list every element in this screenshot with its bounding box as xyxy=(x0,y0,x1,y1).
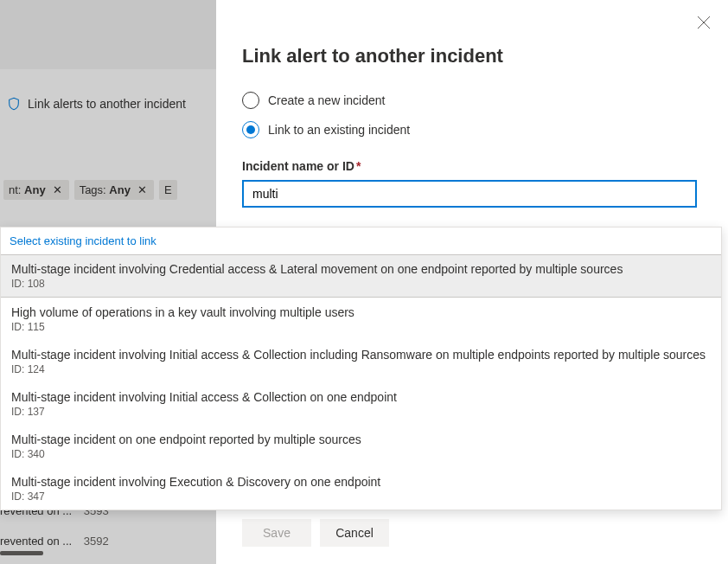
dropdown-item-id: ID: 347 xyxy=(11,490,711,503)
dropdown-item-id: ID: 137 xyxy=(11,406,711,418)
link-alerts-label[interactable]: Link alerts to another incident xyxy=(28,97,186,111)
close-icon[interactable] xyxy=(697,16,711,29)
dropdown-item-title: Multi-stage incident involving Initial a… xyxy=(11,390,711,404)
dropdown-item[interactable]: Multi-stage incident involving Initial a… xyxy=(1,340,721,382)
filter-pill-assignment[interactable]: nt: Any ✕ xyxy=(3,180,69,200)
filter-pill-partial[interactable]: E xyxy=(159,180,177,200)
filter-pill-tags[interactable]: Tags: Any ✕ xyxy=(74,180,154,200)
dropdown-item[interactable]: Multi-stage incident involving Initial a… xyxy=(1,382,721,425)
dropdown-item[interactable]: High volume of operations in a key vault… xyxy=(1,298,721,340)
dropdown-item-title: Multi-stage incident involving Execution… xyxy=(11,475,711,489)
dropdown-header: Select existing incident to link xyxy=(1,228,721,254)
radio-icon xyxy=(242,121,259,138)
required-star: * xyxy=(356,159,361,173)
panel-title: Link alert to another incident xyxy=(242,45,702,67)
radio-dot xyxy=(246,125,255,134)
row-bar xyxy=(0,551,43,555)
radio-label: Create a new incident xyxy=(268,93,385,107)
dropdown-item-title: High volume of operations in a key vault… xyxy=(11,305,711,319)
filter-label: E xyxy=(164,183,172,196)
dropdown-item[interactable]: Multi-stage incident involving Credentia… xyxy=(1,254,721,298)
bg-top-band xyxy=(0,0,216,69)
cancel-button[interactable]: Cancel xyxy=(320,519,389,547)
dropdown-item-title: Multi-stage incident involving Initial a… xyxy=(11,348,711,362)
row-label: revented on ... xyxy=(0,535,72,548)
filter-bar: nt: Any ✕ Tags: Any ✕ E xyxy=(0,180,216,200)
dropdown-item-id: ID: 340 xyxy=(11,448,711,460)
dropdown-item-title: Multi-stage incident involving Credentia… xyxy=(11,262,711,276)
field-label: Incident name or ID* xyxy=(242,159,702,173)
incident-search-input[interactable] xyxy=(242,180,697,208)
dropdown-item-title: Multi-stage incident on one endpoint rep… xyxy=(11,433,711,446)
radio-icon xyxy=(242,92,259,109)
save-button[interactable]: Save xyxy=(242,519,311,547)
filter-label: Tags: Any xyxy=(80,183,131,196)
panel-footer: Save Cancel xyxy=(242,519,389,547)
table-row[interactable]: revented on ... 3592 xyxy=(0,526,216,564)
close-icon[interactable]: ✕ xyxy=(51,183,64,196)
incident-dropdown: Select existing incident to link Multi-s… xyxy=(0,227,722,510)
radio-link-existing[interactable]: Link to an existing incident xyxy=(242,121,702,138)
radio-group: Create a new incident Link to an existin… xyxy=(242,92,702,138)
filter-label: nt: Any xyxy=(9,183,46,196)
shield-icon xyxy=(7,97,21,111)
dropdown-item[interactable]: Multi-stage incident involving Execution… xyxy=(1,467,721,510)
row-number: 3592 xyxy=(84,535,109,548)
dropdown-item-id: ID: 108 xyxy=(11,278,711,290)
dropdown-item-id: ID: 115 xyxy=(11,321,711,333)
dropdown-item-id: ID: 124 xyxy=(11,363,711,375)
radio-label: Link to an existing incident xyxy=(268,123,410,137)
close-icon[interactable]: ✕ xyxy=(136,183,149,196)
bg-toolbar: Link alerts to another incident xyxy=(0,69,216,138)
dropdown-item[interactable]: Multi-stage incident on one endpoint rep… xyxy=(1,425,721,467)
radio-create-new[interactable]: Create a new incident xyxy=(242,92,702,109)
